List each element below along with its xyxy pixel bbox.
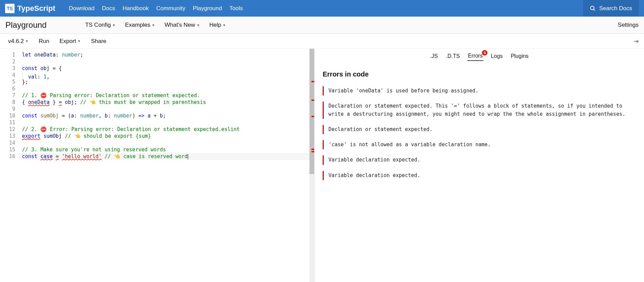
error-item[interactable]: Variable declaration expected. <box>323 155 636 165</box>
text-cursor <box>188 154 188 159</box>
error-marker[interactable] <box>311 100 314 101</box>
caret-down-icon: ▼ <box>223 23 226 27</box>
error-marker[interactable] <box>311 81 314 82</box>
export-dropdown[interactable]: Export▼ <box>57 37 83 46</box>
errors-heading: Errors in code <box>323 70 636 78</box>
code-editor[interactable]: let oneData: number;const obj = {val: 1,… <box>19 49 314 282</box>
nav-playground[interactable]: Playground <box>193 5 222 12</box>
error-marker[interactable] <box>311 151 314 152</box>
tab-errors[interactable]: Errors6 <box>467 51 484 61</box>
code-line[interactable]: { oneData } = obj; // 👈 this must be wra… <box>19 99 314 106</box>
nav-download[interactable]: Download <box>69 5 95 12</box>
search-docs[interactable]: Search Docs <box>583 0 639 17</box>
line-number: 7 <box>0 92 15 99</box>
nav-handbook[interactable]: Handbook <box>122 5 149 12</box>
line-number: 12 <box>0 126 15 133</box>
line-number: 2 <box>0 58 15 65</box>
collapse-arrow-icon[interactable]: ⇥ <box>633 38 639 45</box>
tab-js[interactable]: .JS <box>429 52 439 61</box>
main-area: 12345678910111213141516 let oneData: num… <box>0 49 644 282</box>
search-label: Search Docs <box>599 5 632 12</box>
caret-down-icon: ▼ <box>78 39 81 43</box>
version-selector[interactable]: v4.6.2▼ <box>5 37 31 46</box>
caret-down-icon: ▼ <box>25 39 28 43</box>
panel-tabs: .JS .D.TS Errors6 Logs Plugins <box>315 49 644 64</box>
brand-text: TypeScript <box>17 4 55 13</box>
code-line[interactable]: const case = 'hello world' // 👈 case is … <box>19 153 314 160</box>
logo-icon: TS <box>5 4 15 13</box>
caret-down-icon: ▼ <box>197 23 200 27</box>
code-line[interactable] <box>19 119 314 126</box>
whats-new-dropdown[interactable]: What's New▼ <box>160 20 204 30</box>
error-marker[interactable] <box>311 149 314 150</box>
editor-toolbar: v4.6.2▼ Run Export▼ Share ⇥ <box>0 34 644 49</box>
share-button[interactable]: Share <box>88 37 109 46</box>
help-dropdown[interactable]: Help▼ <box>205 20 231 30</box>
line-number: 14 <box>0 139 15 146</box>
code-line[interactable]: // 3. Make sure you're not using reserve… <box>19 146 314 153</box>
nav-links: Download Docs Handbook Community Playgro… <box>69 5 243 12</box>
tab-plugins[interactable]: Plugins <box>510 52 529 61</box>
code-line[interactable]: const obj = { <box>19 65 314 72</box>
caret-down-icon: ▼ <box>112 23 116 27</box>
error-item[interactable]: Variable 'oneData' is used before being … <box>323 86 636 95</box>
line-number: 6 <box>0 85 15 92</box>
code-line[interactable]: let oneData: number; <box>19 51 314 58</box>
line-number: 9 <box>0 106 15 112</box>
line-number: 16 <box>0 153 15 160</box>
sub-nav: Playground TS Config▼ Examples▼ What's N… <box>0 17 644 34</box>
code-line[interactable]: val: 1, <box>19 72 314 79</box>
line-number: 10 <box>0 112 15 119</box>
scrollbar-track[interactable] <box>309 49 314 282</box>
top-nav: TS TypeScript Download Docs Handbook Com… <box>0 0 644 17</box>
line-number: 3 <box>0 65 15 72</box>
code-line[interactable]: }; <box>19 79 314 85</box>
code-line[interactable] <box>19 58 314 65</box>
nav-tools[interactable]: Tools <box>229 5 243 12</box>
code-line[interactable]: // 1. ⛔ Parsing error: Declaration or st… <box>19 92 314 99</box>
line-number: 8 <box>0 99 15 106</box>
output-panel: .JS .D.TS Errors6 Logs Plugins Errors in… <box>315 49 644 282</box>
run-button[interactable]: Run <box>36 37 52 46</box>
brand-logo[interactable]: TS TypeScript <box>5 4 55 13</box>
line-number: 4 <box>0 72 15 79</box>
error-item[interactable]: Declaration or statement expected. This … <box>323 102 636 119</box>
line-gutter: 12345678910111213141516 <box>0 49 19 282</box>
svg-point-0 <box>590 6 594 10</box>
settings-link[interactable]: Settings <box>618 22 639 28</box>
code-line[interactable]: // 2. ⛔ Error: Parsing error: Declaratio… <box>19 126 314 133</box>
search-icon <box>590 5 596 12</box>
code-line[interactable] <box>19 85 314 92</box>
tab-dts[interactable]: .D.TS <box>445 52 461 61</box>
error-marker[interactable] <box>311 116 314 117</box>
line-number: 15 <box>0 146 15 153</box>
line-number: 13 <box>0 133 15 139</box>
code-line[interactable] <box>19 106 314 112</box>
ts-config-dropdown[interactable]: TS Config▼ <box>80 20 120 30</box>
line-number: 5 <box>0 79 15 85</box>
panel-body: Errors in code Variable 'oneData' is use… <box>315 64 644 193</box>
tab-logs[interactable]: Logs <box>490 52 503 61</box>
caret-down-icon: ▼ <box>152 23 155 27</box>
code-line[interactable] <box>19 139 314 146</box>
error-item[interactable]: Declaration or statement expected. <box>323 125 636 134</box>
code-line[interactable]: export sumObj // 👈 should be export {sum… <box>19 133 314 139</box>
error-count-badge: 6 <box>482 50 487 56</box>
sub-links: TS Config▼ Examples▼ What's New▼ Help▼ <box>80 20 230 30</box>
examples-dropdown[interactable]: Examples▼ <box>120 20 160 30</box>
error-list: Variable 'oneData' is used before being … <box>323 86 636 180</box>
error-item[interactable]: 'case' is not allowed as a variable decl… <box>323 140 636 149</box>
editor-panel: 12345678910111213141516 let oneData: num… <box>0 49 315 282</box>
line-number: 11 <box>0 119 15 126</box>
scrollbar-thumb[interactable] <box>309 49 314 174</box>
code-line[interactable]: const sumObj = (a: number, b: number) =>… <box>19 112 314 119</box>
error-item[interactable]: Variable declaration expected. <box>323 171 636 180</box>
nav-docs[interactable]: Docs <box>102 5 115 12</box>
svg-line-1 <box>593 9 595 10</box>
line-number: 1 <box>0 51 15 58</box>
nav-community[interactable]: Community <box>156 5 185 12</box>
page-title: Playground <box>5 20 46 30</box>
